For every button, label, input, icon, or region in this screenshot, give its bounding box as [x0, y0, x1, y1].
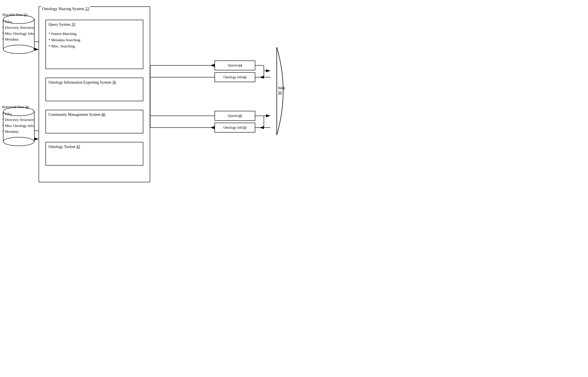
ontology-info-46-box: Ontology Info 46: [215, 72, 255, 82]
queries-48-id: 48: [239, 114, 242, 118]
retrieved-data-item3: * Misc Ontology Info: [2, 123, 35, 129]
query-item1: * Pattern Matching: [48, 31, 80, 37]
svg-point-29: [3, 45, 34, 54]
query-item3: * Misc. Searching: [48, 43, 80, 49]
queries-48-box: Queries 48: [215, 111, 255, 121]
retrieved-data-item1: * Files: [2, 111, 35, 117]
queries-44-box: Queries 44: [215, 60, 255, 70]
ontology-info-46-label: Ontology Info: [223, 75, 243, 79]
sharable-data-item3: * Misc Ontology Info: [2, 31, 35, 36]
diagram-container: Sharable Data 32 * Files * Directory Str…: [0, 0, 294, 188]
community-mgmt-title: Community Management System 40: [48, 112, 105, 117]
sharable-data-id: 32: [24, 13, 27, 17]
svg-point-32: [3, 137, 34, 146]
ontology-sharing-box: Ontology Sharing System 22 Query System …: [39, 6, 150, 182]
queries-44-label: Queries: [228, 63, 239, 67]
query-system-title: Query System 33: [48, 22, 75, 27]
retrieved-data-item2: * Directory Structures: [2, 117, 35, 123]
sharable-data-label: Sharable Data 32 * Files * Directory Str…: [2, 12, 35, 42]
queries-48-label: Queries: [228, 114, 239, 118]
retrieved-data-id: 34: [25, 105, 29, 109]
ontology-toolset-box: Ontology Toolset 42: [46, 142, 143, 165]
retrieved-data-title: Retrieved Data: [2, 105, 24, 109]
web-shape: Web 30: [264, 43, 290, 141]
community-mgmt-box: Community Management System 40: [46, 110, 143, 133]
ontology-sharing-title: Ontology Sharing System 22: [41, 6, 90, 11]
sharable-data-item1: * Files: [2, 19, 35, 25]
ontology-info-50-label: Ontology Info: [223, 126, 243, 130]
queries-44-id: 44: [239, 63, 242, 67]
sharable-data-item4: * Metadata: [2, 36, 35, 42]
ontology-export-box: Ontology Information Exporting System 36: [46, 78, 143, 101]
retrieved-data-item4: * Metadata: [2, 129, 35, 134]
sharable-data-title: Sharable Data: [2, 13, 23, 17]
web-label: Web 30: [278, 86, 290, 95]
sharable-data-item2: * Directory Structures: [2, 25, 35, 30]
ontology-toolset-title: Ontology Toolset 42: [48, 144, 80, 149]
query-system-content: * Pattern Matching * Metadata Searching …: [48, 31, 80, 49]
ontology-info-50-box: Ontology Info 50: [215, 123, 255, 132]
ontology-info-50-id: 50: [243, 126, 246, 130]
query-item2: * Metadata Searching: [48, 37, 80, 43]
ontology-info-46-id: 46: [243, 75, 246, 79]
ontology-export-title: Ontology Information Exporting System 36: [48, 80, 116, 85]
retrieved-data-label: Retrieved Data 34 * Files * Directory St…: [2, 104, 35, 134]
query-system-box: Query System 33 * Pattern Matching * Met…: [46, 20, 143, 69]
